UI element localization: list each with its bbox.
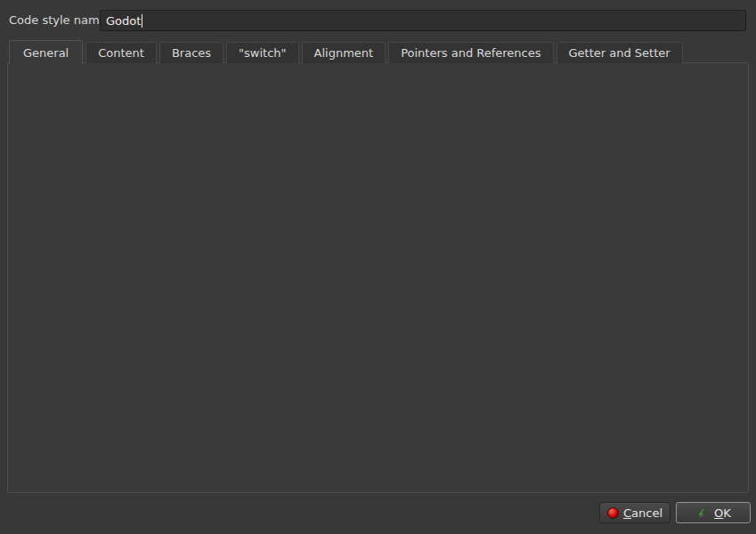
tab-general[interactable]: General [9, 40, 83, 64]
cancel-button[interactable]: Cancel [599, 502, 671, 523]
general-tab-panel [7, 62, 749, 493]
tab-alignment[interactable]: Alignment [302, 42, 386, 63]
tab-bar: GeneralContentBraces"switch"AlignmentPoi… [9, 39, 686, 63]
text-cursor [142, 14, 142, 28]
code-style-name-value: Godot [106, 14, 141, 28]
ok-button[interactable]: OK [676, 502, 751, 523]
tab-getter-and-setter[interactable]: Getter and Setter [557, 42, 683, 63]
tab-braces[interactable]: Braces [159, 42, 224, 63]
cancel-button-label: Cancel [623, 506, 663, 520]
tab-switch[interactable]: "switch" [226, 42, 298, 63]
ok-button-label: OK [714, 506, 731, 520]
cancel-icon [607, 507, 619, 519]
tab-pointers-and-references[interactable]: Pointers and References [388, 42, 553, 63]
code-style-name-input[interactable]: Godot [100, 10, 746, 31]
tab-content[interactable]: Content [85, 42, 157, 63]
code-style-name-label: Code style name: [9, 13, 110, 27]
ok-check-arrow-icon [695, 506, 710, 520]
code-style-dialog: Code style name: Godot GeneralContentBra… [0, 0, 756, 534]
